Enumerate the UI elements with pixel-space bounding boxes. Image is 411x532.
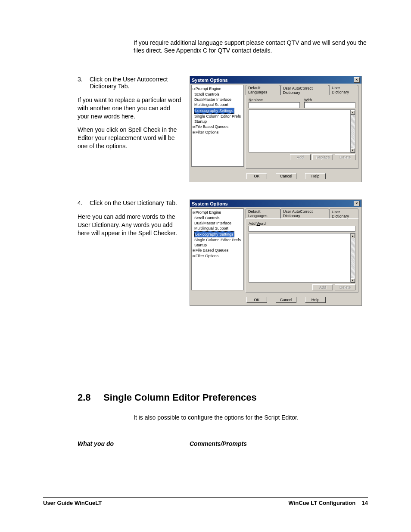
- user-dictionary-panel: Add Word ▴ ▾ Add Delete: [246, 218, 358, 292]
- tree-item[interactable]: Startup: [194, 243, 243, 248]
- tree-item-selected[interactable]: Lexicography Settings: [194, 108, 234, 114]
- tree-item[interactable]: Filter Options: [196, 130, 219, 134]
- add-button[interactable]: Add: [290, 154, 311, 160]
- replace-input[interactable]: [249, 102, 300, 108]
- add-button[interactable]: Add: [312, 284, 333, 290]
- tree-item[interactable]: File Based Queues: [196, 248, 229, 252]
- scroll-up-icon[interactable]: ▴: [351, 110, 355, 115]
- delete-button[interactable]: Delete: [335, 284, 355, 290]
- step-3-row: 3. Click on the User Autocorrect Diction…: [78, 76, 368, 191]
- dialog-title: System Options: [192, 201, 228, 206]
- tree-item[interactable]: Multilingual Support: [194, 226, 243, 231]
- cancel-button[interactable]: Cancel: [276, 297, 296, 303]
- tree-item[interactable]: Dual/Master Interface: [194, 97, 243, 102]
- footer-page-number: 14: [362, 500, 368, 506]
- add-word-label: Add Word: [249, 221, 355, 226]
- intro-paragraph: If you require additional language suppo…: [134, 39, 368, 54]
- replace-button[interactable]: Replace: [312, 154, 333, 160]
- delete-button[interactable]: Delete: [335, 154, 355, 160]
- step-3-number: 3.: [78, 76, 90, 90]
- footer-section: WinCue LT Configuration: [288, 500, 355, 506]
- dialog-titlebar[interactable]: System Options ×: [190, 76, 361, 84]
- section-2-8-header: 2.8 Single Column Editor Preferences: [78, 392, 368, 403]
- tab-user-autocorrect[interactable]: User AutoCorrect Dictionary: [280, 85, 329, 95]
- tree-item[interactable]: Single Column Editor Prefs: [194, 237, 243, 243]
- system-options-dialog-2: System Options × ⊟Prompt Engine Scroll C…: [190, 199, 362, 306]
- step-3-title: Click on the User Autocorrect Dictionary…: [90, 76, 183, 90]
- options-tree[interactable]: ⊟Prompt Engine Scroll Controls Dual/Mast…: [191, 85, 244, 167]
- scrollbar[interactable]: ▴ ▾: [350, 110, 355, 153]
- section-title: Single Column Editor Preferences: [103, 392, 257, 403]
- step-4-text: 4. Click on the User Dictionary Tab. Her…: [78, 199, 190, 243]
- close-icon[interactable]: ×: [354, 201, 360, 206]
- col-what-you-do: What you do: [78, 440, 190, 447]
- page-footer: User Guide WinCueLT WinCue LT Configurat…: [43, 497, 368, 506]
- add-word-input[interactable]: [249, 226, 355, 232]
- tree-item[interactable]: File Based Queues: [196, 124, 229, 129]
- tab-default-languages[interactable]: Default Languages: [246, 208, 280, 218]
- step-3-screenshot: System Options × ⊟Prompt Engine Scroll C…: [190, 76, 368, 191]
- scroll-up-icon[interactable]: ▴: [351, 234, 355, 238]
- step-4-p1: Here you can add more words to the User …: [78, 213, 183, 237]
- options-tree[interactable]: ⊟Prompt Engine Scroll Controls Dual/Mast…: [191, 208, 244, 290]
- expand-icon[interactable]: ⊞: [193, 254, 195, 258]
- with-label: With: [304, 98, 355, 102]
- ok-button[interactable]: OK: [246, 297, 267, 303]
- with-input[interactable]: [304, 102, 355, 108]
- cancel-button[interactable]: Cancel: [276, 173, 296, 179]
- step-4-row: 4. Click on the User Dictionary Tab. Her…: [78, 199, 368, 314]
- step-3-p1: If you want to replace a particular word…: [78, 96, 183, 121]
- scroll-down-icon[interactable]: ▾: [351, 278, 355, 283]
- tabs: Default Languages User AutoCorrect Dicti…: [246, 85, 358, 95]
- tab-user-dictionary[interactable]: User Dictionary: [329, 85, 358, 95]
- expand-icon[interactable]: ⊞: [193, 131, 195, 134]
- tab-user-autocorrect[interactable]: User AutoCorrect Dictionary: [280, 208, 329, 218]
- tabs: Default Languages User AutoCorrect Dicti…: [246, 208, 358, 218]
- tree-item[interactable]: Prompt Engine: [196, 87, 221, 91]
- expand-icon[interactable]: ⊞: [193, 249, 195, 252]
- system-options-dialog-1: System Options × ⊟Prompt Engine Scroll C…: [190, 76, 362, 182]
- scroll-down-icon[interactable]: ▾: [351, 148, 355, 152]
- footer-left: User Guide WinCueLT: [43, 500, 102, 506]
- tree-item[interactable]: Single Column Editor Prefs: [194, 114, 243, 119]
- step-3-text: 3. Click on the User Autocorrect Diction…: [78, 76, 190, 155]
- step-4-number: 4.: [78, 199, 90, 206]
- scrollbar[interactable]: ▴ ▾: [350, 233, 355, 283]
- footer-right: WinCue LT Configuration 14: [288, 500, 368, 506]
- word-list[interactable]: [249, 233, 355, 283]
- close-icon[interactable]: ×: [354, 77, 360, 83]
- tree-item[interactable]: Scroll Controls: [194, 215, 243, 221]
- expand-icon[interactable]: ⊞: [193, 125, 195, 129]
- tree-item[interactable]: Prompt Engine: [196, 210, 221, 215]
- section-number: 2.8: [78, 392, 103, 403]
- col-comments-prompts: Comments/Prompts: [190, 440, 247, 447]
- tab-user-dictionary[interactable]: User Dictionary: [329, 208, 358, 219]
- collapse-icon[interactable]: ⊟: [193, 211, 195, 215]
- tree-item[interactable]: Filter Options: [196, 254, 219, 258]
- tree-item[interactable]: Startup: [194, 119, 243, 124]
- step-4-screenshot: System Options × ⊟Prompt Engine Scroll C…: [190, 199, 368, 314]
- autocorrect-panel: Replace With ▴ ▾: [246, 95, 358, 169]
- step-4-title: Click on the User Dictionary Tab.: [90, 199, 183, 206]
- help-button[interactable]: Help: [305, 297, 326, 303]
- collapse-icon[interactable]: ⊟: [193, 87, 195, 91]
- replacement-list[interactable]: [249, 109, 355, 152]
- replace-label: Replace: [249, 98, 300, 102]
- section-2-8-intro: It is also possible to configure the opt…: [134, 414, 368, 421]
- help-button[interactable]: Help: [305, 173, 326, 179]
- tab-default-languages[interactable]: Default Languages: [246, 85, 280, 95]
- tree-item[interactable]: Scroll Controls: [194, 92, 243, 97]
- dialog-title: System Options: [192, 78, 228, 83]
- tree-item[interactable]: Dual/Master Interface: [194, 221, 243, 226]
- column-headers: What you do Comments/Prompts: [78, 440, 368, 447]
- tree-item[interactable]: Multilingual Support: [194, 102, 243, 107]
- tree-item-selected[interactable]: Lexicography Settings: [194, 231, 234, 237]
- ok-button[interactable]: OK: [246, 173, 267, 179]
- step-3-p2: When you click on Spell Check in the Edi…: [78, 126, 183, 150]
- dialog-titlebar[interactable]: System Options ×: [190, 200, 361, 207]
